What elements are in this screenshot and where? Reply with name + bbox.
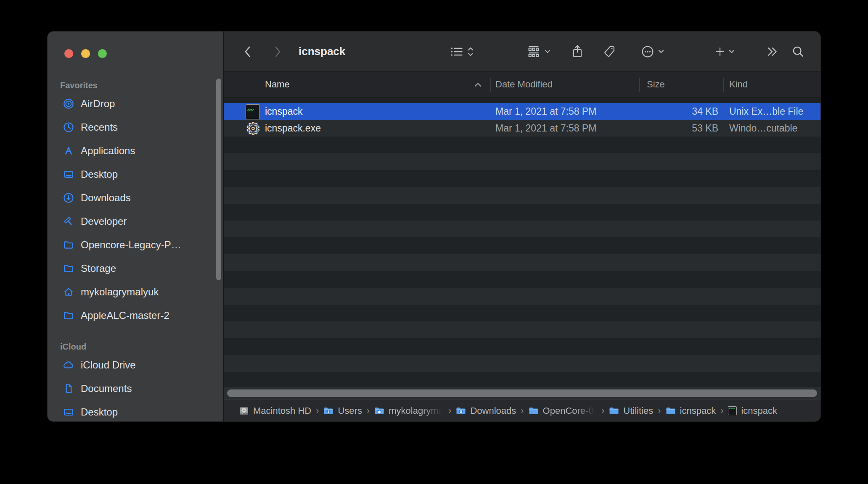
sidebar-item-label: Documents xyxy=(81,383,132,395)
share-button[interactable] xyxy=(568,32,587,71)
sidebar-item-label: Opencore-Legacy-P… xyxy=(81,239,181,251)
breadcrumb-utilities[interactable]: Utilities xyxy=(609,405,653,416)
breadcrumb-label: icnspack xyxy=(741,405,777,416)
folder-users-icon xyxy=(323,407,333,415)
close-window-button[interactable] xyxy=(64,49,73,58)
header-gap xyxy=(224,97,820,103)
overflow-toolbar-button[interactable] xyxy=(763,32,782,71)
airdrop-icon xyxy=(62,97,75,110)
file-name: icnspack xyxy=(265,103,302,120)
sidebar: Favorites AirDrop Recents xyxy=(48,32,224,421)
sidebar-item-recents[interactable]: Recents xyxy=(48,116,223,139)
chevron-down-icon xyxy=(729,50,735,54)
sidebar-item-icloud-drive[interactable]: iCloud Drive xyxy=(48,353,223,377)
tag-button[interactable] xyxy=(600,32,619,71)
exec-icon-text: exec xyxy=(247,108,254,112)
column-headers: Name Date Modified Size Kind xyxy=(224,72,820,97)
column-header-kind[interactable]: Kind xyxy=(729,72,748,97)
unix-executable-icon xyxy=(728,406,737,415)
zoom-window-button[interactable] xyxy=(98,49,107,58)
horizontal-scrollbar-thumb[interactable] xyxy=(227,389,817,397)
file-date-modified: Mar 1, 2021 at 7:58 PM xyxy=(495,103,596,120)
desktop-icon xyxy=(62,406,75,418)
sidebar-item-applications[interactable]: Applications xyxy=(48,139,223,163)
breadcrumb-label: Utilities xyxy=(623,405,653,416)
breadcrumb-separator: › xyxy=(601,405,604,416)
breadcrumb-home-folder[interactable]: mykolagryma xyxy=(374,405,444,416)
hammer-icon xyxy=(62,215,75,228)
group-view-icon xyxy=(527,45,541,58)
plus-icon xyxy=(715,47,725,57)
sidebar-item-label: Desktop xyxy=(81,168,118,180)
column-header-size[interactable]: Size xyxy=(647,72,665,97)
minimize-window-button[interactable] xyxy=(81,49,90,58)
sidebar-item-developer[interactable]: Developer xyxy=(48,210,223,233)
share-icon xyxy=(571,45,584,59)
folder-icon xyxy=(609,407,619,415)
breadcrumb-separator: › xyxy=(658,405,661,416)
window-title: icnspack xyxy=(299,32,345,71)
search-icon xyxy=(792,45,804,58)
chevron-down-icon xyxy=(658,50,664,54)
breadcrumb-label: mykolagryma xyxy=(389,405,444,416)
sidebar-item-applealc[interactable]: AppleALC-master-2 xyxy=(48,304,223,327)
sidebar-item-desktop-icloud[interactable]: Desktop xyxy=(48,400,223,421)
column-header-date-modified[interactable]: Date Modified xyxy=(495,72,553,97)
new-item-button[interactable] xyxy=(707,32,742,71)
traffic-lights xyxy=(64,49,107,58)
column-header-name[interactable]: Name xyxy=(265,72,290,97)
forward-button[interactable] xyxy=(269,32,286,71)
home-icon xyxy=(62,286,75,298)
more-actions-button[interactable] xyxy=(632,32,672,71)
sidebar-item-label: mykolagrymalyuk xyxy=(81,286,159,298)
app-store-icon xyxy=(62,145,75,157)
folder-icon xyxy=(666,407,676,415)
breadcrumb-users[interactable]: Users xyxy=(323,405,362,416)
column-divider xyxy=(723,78,724,92)
finder-window: Favorites AirDrop Recents xyxy=(48,32,820,421)
breadcrumb-opencore[interactable]: OpenCore-0- xyxy=(529,405,597,416)
sidebar-item-opencore-legacy[interactable]: Opencore-Legacy-P… xyxy=(48,233,223,257)
path-bar: Macintosh HD › Users › xyxy=(224,400,820,421)
breadcrumb-icnspack-file[interactable]: icnspack xyxy=(728,405,777,416)
breadcrumb-icnspack-folder[interactable]: icnspack xyxy=(666,405,716,416)
clock-icon xyxy=(62,121,75,134)
unix-executable-icon: exec xyxy=(246,103,260,120)
double-chevron-right-icon xyxy=(767,46,778,57)
hard-drive-icon xyxy=(239,406,249,416)
sidebar-scrollbar-thumb[interactable] xyxy=(216,79,221,280)
view-options-button[interactable] xyxy=(442,32,481,71)
sidebar-item-label: AirDrop xyxy=(81,98,115,110)
sidebar-item-storage[interactable]: Storage xyxy=(48,257,223,280)
file-list: exec icnspack Mar 1, 2021 at 7:58 PM 34 … xyxy=(224,103,820,387)
breadcrumb-downloads[interactable]: Downloads xyxy=(456,405,516,416)
file-row-icnspack[interactable]: exec icnspack Mar 1, 2021 at 7:58 PM 34 … xyxy=(224,103,820,120)
windows-executable-gear-icon: ⚙ xyxy=(246,120,261,137)
file-row-icnspack-exe[interactable]: ⚙ icnspack.exe Mar 1, 2021 at 7:58 PM 53… xyxy=(224,120,820,137)
list-view-icon xyxy=(450,46,463,58)
chevron-right-icon xyxy=(273,45,282,58)
sidebar-item-documents[interactable]: Documents xyxy=(48,377,223,400)
sidebar-item-home[interactable]: mykolagrymalyuk xyxy=(48,280,223,304)
breadcrumb-separator: › xyxy=(316,405,319,416)
sidebar-item-desktop[interactable]: Desktop xyxy=(48,163,223,186)
breadcrumb-label: Macintosh HD xyxy=(253,405,311,416)
breadcrumb-separator: › xyxy=(448,405,451,416)
folder-icon xyxy=(62,309,75,322)
folder-home-icon xyxy=(374,407,384,415)
sidebar-item-airdrop[interactable]: AirDrop xyxy=(48,92,223,116)
breadcrumb-macintosh-hd[interactable]: Macintosh HD xyxy=(239,405,311,416)
file-name: icnspack.exe xyxy=(265,120,321,137)
group-by-button[interactable] xyxy=(518,32,558,71)
horizontal-scrollbar xyxy=(224,387,820,400)
sidebar-item-label: Applications xyxy=(81,145,135,157)
sidebar-item-downloads[interactable]: Downloads xyxy=(48,186,223,210)
column-divider xyxy=(639,78,640,92)
chevron-left-icon xyxy=(243,45,252,58)
breadcrumb-label: icnspack xyxy=(680,405,716,416)
search-button[interactable] xyxy=(789,32,807,71)
breadcrumb-label: Downloads xyxy=(470,405,516,416)
sidebar-section-icloud: iCloud xyxy=(48,340,223,353)
breadcrumb-label: Users xyxy=(338,405,362,416)
back-button[interactable] xyxy=(239,32,257,71)
